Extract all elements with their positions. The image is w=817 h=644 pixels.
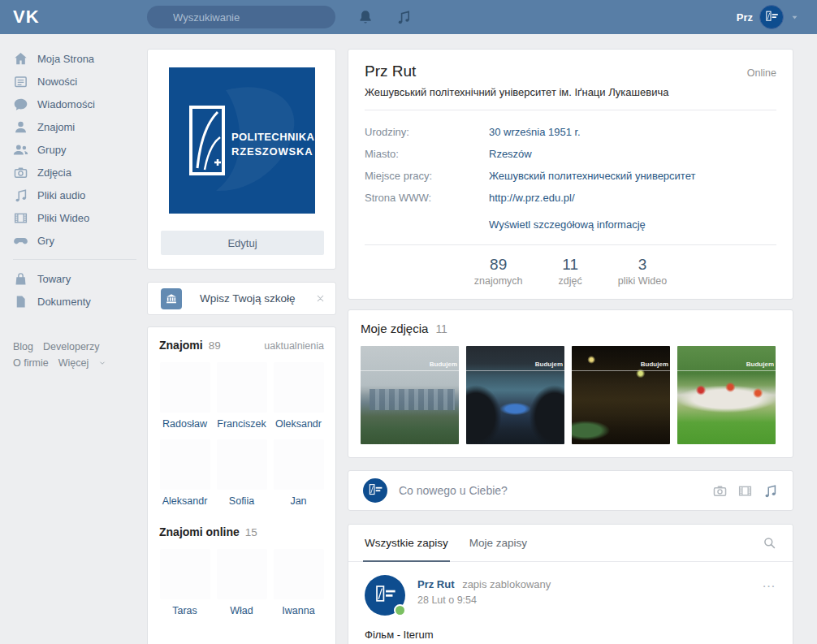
messages-icon: [13, 97, 28, 112]
photo-watermark-line: [677, 370, 776, 371]
friend-name: Jan: [273, 495, 324, 507]
detail-value[interactable]: http://w.prz.edu.pl/: [489, 192, 575, 204]
counter-label: pliki Wideo: [618, 275, 667, 287]
profile-photo-card: POLITECHNIKA RZESZOWSKA Edytuj: [147, 49, 336, 270]
photos-row: Budujem Budujem Budujem Budujem: [361, 346, 780, 444]
friends-online-count: 15: [245, 526, 257, 538]
detail-value[interactable]: Rzeszów: [489, 148, 532, 160]
avatar[interactable]: [363, 478, 387, 503]
friend-item[interactable]: Sofiia: [216, 439, 267, 507]
detail-row: Miasto:Rzeszów: [365, 143, 776, 165]
footer-link-developerzy[interactable]: Developerzy: [43, 341, 99, 352]
friend-item[interactable]: Aleksandr: [159, 439, 210, 507]
wall-tabs: Wszystkie zapisy Moje zapisy: [348, 525, 793, 562]
sidebar-item-grupy[interactable]: Grupy: [13, 138, 136, 161]
sidebar-item-pliki-audio[interactable]: Pliki audio: [13, 184, 136, 206]
search-input[interactable]: [147, 6, 335, 28]
profile-counters: 89znajomych 11zdjęć 3pliki Wideo: [365, 244, 776, 299]
friends-online-title[interactable]: Znajomi online: [159, 525, 240, 538]
avatar: [759, 5, 784, 29]
post-timestamp[interactable]: 28 Lut o 9:54: [417, 594, 551, 606]
sidebar-item-dokumenty[interactable]: Dokumenty: [13, 290, 136, 313]
sidebar-item-wiadomosci[interactable]: Wiadomości: [13, 93, 136, 115]
photos-title[interactable]: Moje zdjęcia: [361, 322, 428, 335]
sidebar-item-label: Pliki audio: [37, 189, 85, 201]
school-prompt-link[interactable]: Wpisz Twoją szkołę: [200, 292, 315, 305]
post-composer: Co nowego u Ciebie?: [348, 470, 793, 511]
counter-videos[interactable]: 3pliki Wideo: [618, 256, 667, 287]
camera-icon[interactable]: [712, 483, 728, 499]
detail-value[interactable]: 30 września 1951 r.: [489, 126, 581, 138]
photo-campus-building[interactable]: Budujem: [361, 346, 459, 444]
detail-label: Miasto:: [365, 148, 489, 160]
sidebar-item-nowosci[interactable]: Nowości: [13, 70, 136, 93]
status-line[interactable]: Жешувський політехнічний університет ім.…: [365, 86, 776, 98]
friend-avatar: [274, 439, 324, 490]
friends-title[interactable]: Znajomi: [159, 339, 203, 352]
footer-link-wiecej[interactable]: Więcej: [58, 357, 89, 369]
friend-name: Taras: [159, 605, 210, 616]
tab-all-posts[interactable]: Wszystkie zapisy: [365, 525, 448, 561]
friend-avatar: [217, 439, 267, 490]
user-menu[interactable]: Prz: [737, 0, 799, 34]
sidebar-item-towary[interactable]: Towary: [13, 267, 136, 290]
sidebar-item-label: Pliki Wideo: [37, 212, 89, 224]
post-avatar[interactable]: [365, 575, 405, 616]
edit-profile-button[interactable]: Edytuj: [161, 231, 324, 255]
vk-logo[interactable]: VK: [13, 6, 40, 28]
university-icon: [165, 292, 178, 305]
bell-icon[interactable]: [357, 9, 374, 25]
counter-friends[interactable]: 89znajomych: [474, 256, 523, 287]
friends-updates-link[interactable]: uaktualnienia: [264, 340, 324, 352]
composer-input[interactable]: Co nowego u Ciebie?: [399, 484, 712, 497]
friend-item[interactable]: Iwanna: [273, 549, 324, 616]
footer-link-o-firmie[interactable]: O firmie: [13, 357, 49, 369]
photo-airplane-cockpit[interactable]: Budujem: [466, 346, 564, 444]
show-details-link[interactable]: Wyświetl szczegółową informację: [489, 218, 776, 231]
sidebar-item-pliki-wideo[interactable]: Pliki Wideo: [13, 206, 136, 229]
friend-item[interactable]: Franciszek: [216, 362, 267, 430]
friends-grid: Radosław Franciszek Oleksandr Aleksandr …: [159, 362, 324, 507]
music-icon[interactable]: [396, 9, 412, 25]
wall-search-icon[interactable]: [763, 536, 776, 550]
friend-item[interactable]: Radosław: [159, 362, 210, 430]
footer-link-blog[interactable]: Blog: [13, 341, 33, 352]
post-actions-menu[interactable]: …: [762, 580, 776, 586]
tab-my-posts[interactable]: Moje zapisy: [469, 525, 527, 561]
friend-name: Iwanna: [273, 605, 324, 616]
post-pinned-badge: zapis zablokowany: [462, 578, 551, 590]
close-icon[interactable]: [315, 293, 326, 304]
music-icon[interactable]: [763, 483, 778, 499]
sidebar-item-label: Zdjęcia: [37, 166, 71, 179]
friend-name: Radosław: [159, 418, 210, 430]
school-chip: [161, 288, 182, 309]
counter-photos[interactable]: 11zdjęć: [559, 256, 582, 287]
film-icon[interactable]: [737, 483, 753, 499]
sidebar-item-znajomi[interactable]: Znajomi: [13, 115, 136, 138]
post-text: Фільм - Iterum: [365, 629, 776, 641]
detail-value[interactable]: Жешувский политехнический университет: [489, 170, 695, 182]
sidebar-item-label: Wiadomości: [37, 98, 95, 110]
friend-item[interactable]: Wład: [216, 549, 267, 616]
sidebar-item-moja-strona[interactable]: Moja Strona: [13, 47, 136, 70]
friend-item[interactable]: Jan: [273, 439, 324, 507]
online-status: Online: [747, 67, 776, 79]
groups-icon: [13, 142, 28, 158]
sidebar-divider: [13, 259, 136, 260]
photo-night-concert-crowd[interactable]: Budujem: [572, 346, 670, 444]
counter-value: 3: [618, 256, 667, 274]
detail-label: Urodziny:: [365, 126, 489, 138]
friend-avatar: [160, 439, 210, 490]
photo-folk-dancers[interactable]: Budujem: [677, 346, 776, 444]
chevron-down-icon: [98, 359, 106, 367]
sidebar-item-gry[interactable]: Gry: [13, 229, 136, 252]
logo-text-line2: RZESZOWSKA: [231, 145, 313, 158]
friend-item[interactable]: Oleksandr: [273, 362, 324, 430]
my-photos-card: Moje zdjęcia 11 Budujem Budujem Budujem …: [348, 309, 793, 458]
sidebar-item-zdjecia[interactable]: Zdjęcia: [13, 161, 136, 184]
friend-item[interactable]: Taras: [159, 549, 210, 616]
post-author-link[interactable]: Prz Rut: [417, 578, 455, 590]
sidebar-item-label: Nowości: [37, 76, 77, 88]
profile-left-column: POLITECHNIKA RZESZOWSKA Edytuj Wpisz Two…: [147, 49, 336, 644]
profile-photo[interactable]: POLITECHNIKA RZESZOWSKA: [169, 67, 315, 214]
